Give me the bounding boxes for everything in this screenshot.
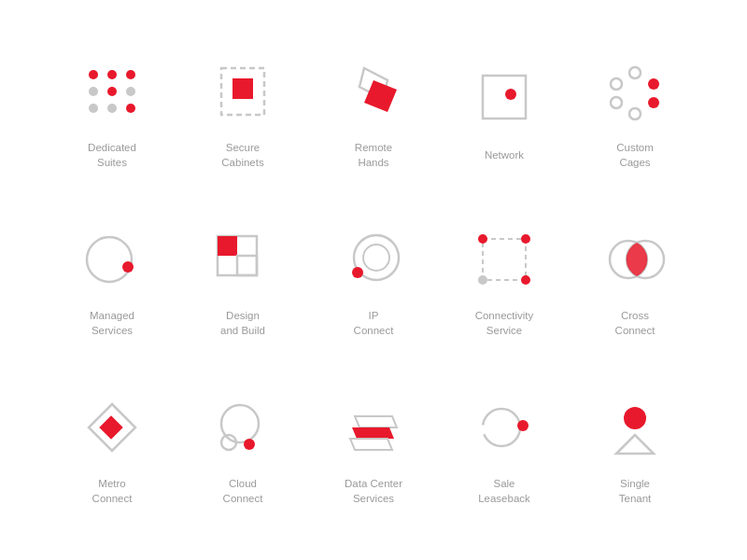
item-connectivity-service[interactable]: ConnectivityService: [439, 196, 570, 364]
svg-point-20: [611, 78, 622, 90]
label-network: Network: [485, 147, 524, 162]
svg-point-18: [629, 108, 641, 119]
svg-point-16: [648, 78, 659, 90]
svg-point-33: [521, 275, 530, 285]
item-sale-leaseback[interactable]: SaleLeaseback: [439, 364, 570, 532]
svg-marker-43: [350, 439, 392, 450]
svg-point-19: [611, 97, 622, 108]
item-single-tenant[interactable]: SingleTenant: [570, 364, 700, 532]
label-data-center-services: Data CenterServices: [345, 476, 402, 506]
service-grid: DedicatedSuites SecureCabinets RemoteHan…: [28, 9, 719, 551]
svg-point-5: [126, 87, 135, 96]
label-connectivity-service: ConnectivityService: [475, 308, 534, 338]
item-dedicated-suites[interactable]: DedicatedSuites: [47, 28, 177, 196]
label-dedicated-suites: DedicatedSuites: [88, 140, 136, 170]
svg-rect-25: [237, 256, 257, 275]
item-custom-cages[interactable]: CustomCages: [570, 28, 700, 196]
svg-rect-37: [99, 415, 122, 439]
label-ip-connect: IPConnect: [354, 308, 394, 338]
label-metro-connect: MetroConnect: [92, 476, 133, 506]
label-remote-hands: RemoteHands: [355, 140, 392, 170]
item-remote-hands[interactable]: RemoteHands: [308, 28, 439, 196]
svg-point-38: [221, 405, 259, 442]
label-design-and-build: Designand Build: [220, 308, 265, 338]
svg-point-31: [521, 234, 530, 244]
svg-marker-12: [364, 80, 397, 112]
svg-point-27: [363, 245, 389, 271]
svg-point-48: [624, 407, 646, 429]
icon-ip-connect: [336, 222, 411, 297]
svg-point-21: [87, 237, 132, 282]
svg-point-15: [629, 67, 641, 78]
svg-marker-42: [352, 427, 394, 439]
icon-cloud-connect: [205, 390, 280, 465]
item-network[interactable]: Network: [439, 28, 570, 196]
item-data-center-services[interactable]: Data CenterServices: [308, 364, 439, 532]
icon-data-center-services: [336, 390, 411, 465]
icon-managed-services: [75, 222, 149, 297]
svg-point-4: [107, 87, 117, 96]
icon-cross-connect: [598, 222, 672, 297]
svg-point-8: [126, 104, 135, 113]
icon-network: [467, 62, 542, 136]
svg-rect-13: [483, 76, 526, 119]
label-secure-cabinets: SecureCabinets: [221, 140, 263, 170]
item-cloud-connect[interactable]: CloudConnect: [177, 364, 308, 532]
icon-connectivity-service: [467, 222, 542, 297]
svg-point-22: [122, 261, 134, 273]
item-managed-services[interactable]: ManagedServices: [47, 196, 177, 364]
svg-rect-10: [233, 78, 253, 99]
svg-point-46: [517, 420, 529, 431]
icon-single-tenant: [598, 390, 672, 465]
label-sale-leaseback: SaleLeaseback: [478, 476, 530, 506]
label-single-tenant: SingleTenant: [619, 476, 652, 506]
svg-point-14: [505, 89, 516, 100]
item-metro-connect[interactable]: MetroConnect: [47, 364, 177, 532]
svg-point-30: [478, 234, 487, 244]
label-cloud-connect: CloudConnect: [223, 476, 263, 506]
icon-custom-cages: [598, 54, 672, 129]
svg-point-7: [107, 104, 117, 113]
svg-point-40: [244, 439, 255, 450]
item-secure-cabinets[interactable]: SecureCabinets: [177, 28, 308, 196]
icon-secure-cabinets: [205, 54, 280, 129]
svg-marker-47: [616, 435, 654, 454]
item-design-and-build[interactable]: Designand Build: [177, 196, 308, 364]
icon-dedicated-suites: [75, 54, 149, 129]
icon-remote-hands: [336, 54, 411, 129]
svg-point-0: [89, 70, 98, 79]
item-cross-connect[interactable]: CrossConnect: [570, 196, 700, 364]
label-custom-cages: CustomCages: [616, 140, 654, 170]
svg-point-2: [126, 70, 135, 79]
svg-point-6: [89, 104, 98, 113]
item-ip-connect[interactable]: IPConnect: [308, 196, 439, 364]
label-cross-connect: CrossConnect: [615, 308, 655, 338]
svg-point-44: [483, 409, 520, 446]
svg-point-17: [648, 97, 659, 108]
svg-point-3: [89, 87, 98, 96]
svg-marker-41: [355, 416, 397, 427]
icon-sale-leaseback: [467, 390, 542, 465]
label-managed-services: ManagedServices: [90, 308, 134, 338]
icon-metro-connect: [75, 390, 149, 465]
svg-point-32: [478, 275, 487, 285]
svg-rect-24: [218, 236, 237, 256]
icon-design-and-build: [205, 222, 280, 297]
svg-point-28: [352, 267, 363, 278]
svg-point-1: [107, 70, 117, 79]
svg-rect-29: [483, 239, 526, 280]
